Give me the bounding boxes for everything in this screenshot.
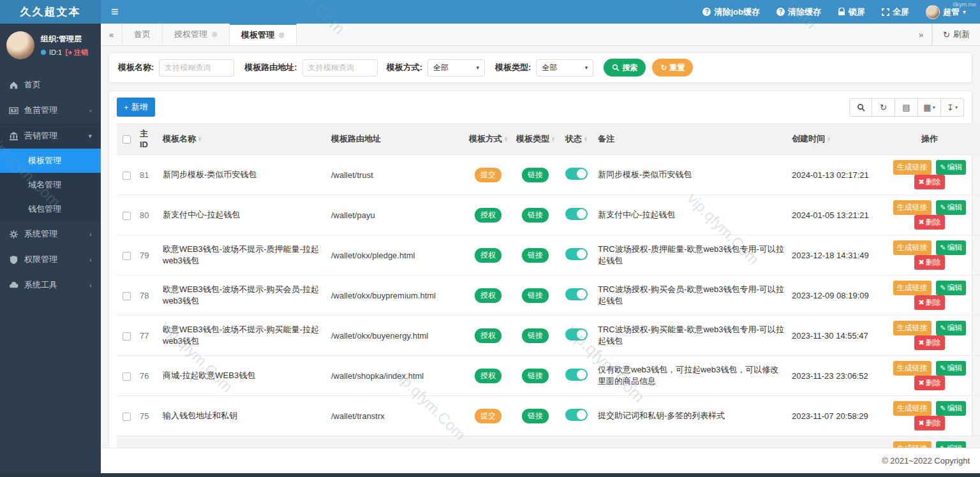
edit-button[interactable]: ✎编辑	[936, 281, 966, 295]
delete-button[interactable]: ✖删除	[914, 295, 944, 310]
sidebar-item-system-tools[interactable]: 系统工具 ‹	[0, 272, 101, 298]
sidebar-item-home[interactable]: 首页	[0, 72, 101, 98]
generate-link-button[interactable]: 生成链接	[893, 200, 932, 215]
search-button[interactable]: 搜索	[604, 59, 646, 77]
header-template-name[interactable]: 模板名称	[163, 134, 196, 143]
row-checkbox[interactable]	[122, 332, 131, 341]
row-checkbox[interactable]	[122, 292, 131, 300]
status-toggle[interactable]	[565, 168, 588, 180]
table-refresh-button[interactable]: ↻	[872, 98, 895, 117]
header-route[interactable]: 模板路由地址	[331, 134, 381, 143]
status-toggle[interactable]	[565, 409, 588, 421]
row-checkbox[interactable]	[122, 212, 131, 220]
sort-icon[interactable]: ▴▾	[198, 136, 201, 142]
question-icon: ?	[776, 8, 785, 16]
generate-link-button[interactable]: 生成链接	[893, 160, 932, 175]
select-all-checkbox[interactable]	[122, 135, 131, 143]
toggle-view-button[interactable]: ▤	[895, 98, 918, 117]
generate-link-button[interactable]: 生成链接	[893, 240, 932, 255]
chevron-down-icon: ▾	[585, 64, 588, 71]
table-row: 78 欧意WEB3钱包-波场不提示-购买会员-拉起web3钱包 /wallet/…	[117, 275, 980, 316]
sort-icon[interactable]: ▴▾	[828, 136, 830, 142]
template-type-label: 模板类型:	[495, 62, 531, 73]
sidebar-item-permission-management[interactable]: 权限管理 ‹	[0, 247, 101, 272]
sort-icon[interactable]: ▴▾	[505, 136, 507, 142]
generate-link-button[interactable]: 生成链接	[893, 281, 932, 295]
template-route-input[interactable]	[302, 59, 378, 77]
sidebar-item-marketing[interactable]: 营销管理 ▾	[0, 123, 101, 149]
sidebar-toggle-icon[interactable]: ≡	[101, 4, 129, 19]
close-icon[interactable]: ⊗	[278, 31, 285, 40]
sort-icon[interactable]: ▴▾	[584, 136, 587, 142]
header-type[interactable]: 模板类型	[516, 134, 549, 143]
header-id[interactable]: 主ID	[140, 129, 148, 149]
generate-link-button[interactable]: 生成链接	[893, 361, 932, 376]
delete-button[interactable]: ✖删除	[914, 376, 944, 390]
tabs-scroll-left-button[interactable]: «	[101, 24, 122, 45]
edit-button[interactable]: ✎编辑	[936, 200, 966, 215]
export-button[interactable]: ↧▾	[941, 98, 964, 117]
row-checkbox[interactable]	[122, 252, 131, 260]
status-toggle[interactable]	[565, 208, 588, 220]
delete-button[interactable]: ✖删除	[914, 175, 944, 189]
template-method-select[interactable]: 全部 ▾	[427, 59, 485, 77]
sort-icon[interactable]: ▴▾	[552, 136, 554, 142]
tabs-scroll-right-button[interactable]: »	[910, 24, 932, 45]
user-menu[interactable]: 超管 ▾	[926, 5, 966, 19]
delete-button[interactable]: ✖删除	[914, 255, 944, 270]
table-search-button[interactable]	[849, 98, 872, 117]
logout-link[interactable]: 注销	[65, 48, 88, 57]
template-type-select[interactable]: 全部 ▾	[536, 59, 593, 77]
lock-icon	[838, 8, 845, 16]
tab-authorization-management[interactable]: 授权管理 ⊗	[163, 24, 230, 45]
generate-link-button[interactable]: 生成链接	[893, 321, 932, 335]
clear-cache-button[interactable]: ? 清除缓存	[776, 6, 821, 18]
row-checkbox[interactable]	[122, 372, 131, 381]
sidebar-item-system-management[interactable]: 系统管理 ‹	[0, 221, 101, 247]
header-status[interactable]: 状态	[565, 134, 582, 143]
delete-button[interactable]: ✖删除	[914, 335, 944, 350]
lock-screen-button[interactable]: 锁屏	[838, 6, 865, 18]
columns-button[interactable]: ▦▾	[918, 98, 941, 117]
status-toggle[interactable]	[565, 288, 588, 300]
sidebar-item-wallet-management[interactable]: 钱包管理	[0, 197, 101, 221]
status-toggle[interactable]	[565, 328, 588, 341]
edit-button[interactable]: ✎编辑	[936, 361, 966, 376]
header-created[interactable]: 创建时间	[792, 134, 825, 143]
reset-button[interactable]: ↻ 重置	[652, 59, 693, 77]
add-button[interactable]: + 新增	[117, 98, 155, 117]
cell-route: /wallet/okx/buyenergy.html	[327, 316, 464, 356]
row-checkbox[interactable]	[122, 172, 131, 180]
main-content: 模板名称: 模板路由地址: 模板方式: 全部 ▾ 模板类型: 全部 ▾ 搜索 ↻…	[101, 46, 980, 448]
clear-job-cache-button[interactable]: ? 清除job缓存	[702, 6, 760, 18]
delete-button[interactable]: ✖删除	[914, 215, 944, 230]
fullscreen-button[interactable]: 全屏	[882, 6, 909, 18]
table-tools: ↻ ▤ ▦▾ ↧▾	[849, 98, 964, 117]
tab-home[interactable]: 首页	[122, 24, 163, 45]
generate-link-button[interactable]: 生成链接	[893, 441, 932, 448]
sidebar-item-fry-management[interactable]: 鱼苗管理 ‹	[0, 98, 101, 123]
method-badge: 提交	[475, 168, 501, 182]
generate-link-button[interactable]: 生成链接	[893, 401, 932, 416]
status-toggle[interactable]	[565, 248, 588, 260]
cell-route: /wallet/okx/pledge.html	[327, 235, 464, 275]
edit-button[interactable]: ✎编辑	[936, 160, 966, 175]
delete-button[interactable]: ✖删除	[914, 416, 944, 430]
edit-button[interactable]: ✎编辑	[936, 240, 966, 255]
close-icon[interactable]: ⊗	[211, 30, 218, 39]
cell-template-name: 新支付中心-拉起钱包	[159, 195, 327, 235]
cell-template-name: 新同步模板-类似币安钱包	[159, 155, 327, 195]
edit-button[interactable]: ✎编辑	[936, 441, 966, 448]
status-toggle[interactable]	[565, 369, 588, 381]
tab-template-management[interactable]: 模板管理 ⊗	[230, 24, 297, 45]
template-name-input[interactable]	[159, 59, 234, 77]
refresh-page-button[interactable]: ↻ 刷新	[932, 24, 980, 45]
method-badge: 授权	[475, 328, 501, 343]
edit-button[interactable]: ✎编辑	[936, 321, 966, 335]
sidebar-item-domain-management[interactable]: 域名管理	[0, 173, 101, 197]
header-method[interactable]: 模板方式	[469, 134, 502, 143]
header-remark[interactable]: 备注	[598, 134, 614, 143]
sidebar-item-template-management[interactable]: 模板管理	[0, 149, 101, 173]
row-checkbox[interactable]	[122, 413, 131, 421]
edit-button[interactable]: ✎编辑	[936, 401, 966, 416]
